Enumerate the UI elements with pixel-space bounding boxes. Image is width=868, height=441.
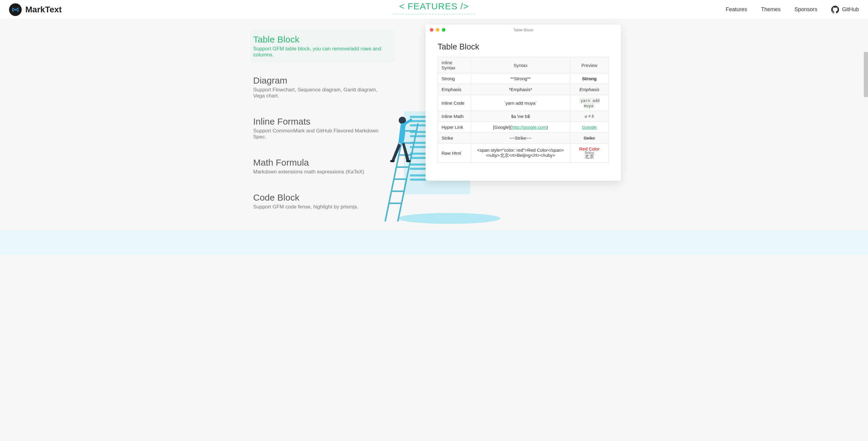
feature-title: Diagram bbox=[253, 76, 389, 86]
cell-syntax: *Emphasis* bbox=[471, 84, 570, 95]
feature-title: Inline Formats bbox=[253, 116, 389, 127]
nav-sponsors[interactable]: Sponsors bbox=[795, 6, 817, 13]
cell-preview: a ≠ b bbox=[570, 111, 609, 122]
brand-name: MarkText bbox=[25, 5, 62, 14]
preview-google-link[interactable]: Google bbox=[582, 124, 596, 130]
cell-syntax: `yarn add muya` bbox=[471, 95, 570, 111]
cell-preview: yarn add muya bbox=[570, 95, 609, 111]
cell-preview: Red Color北京Beijing bbox=[570, 144, 609, 163]
feature-desc: Support GFM table block, you can remove/… bbox=[253, 46, 389, 58]
feature-title: Code Block bbox=[253, 193, 389, 203]
th-inline-syntax: Inline Syntax bbox=[438, 57, 471, 73]
feature-desc: Support GFM code fense, highlight by pri… bbox=[253, 204, 389, 210]
feature-title: Math Formula bbox=[253, 157, 389, 168]
section-heading: < FEATURES /> bbox=[393, 0, 475, 14]
table-row: Hyper Link [Google](http://google.com) G… bbox=[438, 122, 609, 133]
nav-themes[interactable]: Themes bbox=[761, 6, 781, 13]
preview-heading: Table Block bbox=[438, 42, 609, 52]
cell-syntax: <span style="color: red">Red Color</span… bbox=[471, 144, 570, 163]
svg-point-25 bbox=[390, 160, 395, 162]
feature-desc: Markdown extensions math expressions (Ka… bbox=[253, 169, 389, 175]
footer-band bbox=[0, 231, 868, 255]
cell-syntax: [Google](http://google.com) bbox=[471, 122, 570, 133]
feature-table-block[interactable]: Table Block Support GFM table block, you… bbox=[250, 30, 395, 62]
feature-desc: Support Flowchart, Sequence diagram, Gan… bbox=[253, 87, 389, 99]
content-area: Table Block Support GFM table block, you… bbox=[208, 19, 660, 231]
cell-preview: Google bbox=[570, 122, 609, 133]
syntax-url-link[interactable]: http://google.com bbox=[512, 124, 547, 130]
cell-syntax: **Strong** bbox=[471, 73, 570, 84]
cell-name: Emphasis bbox=[438, 84, 471, 95]
brand[interactable]: MarkText bbox=[9, 3, 62, 16]
svg-point-26 bbox=[406, 160, 411, 162]
cell-syntax: $a \ne b$ bbox=[471, 111, 570, 122]
nav-github[interactable]: GitHub bbox=[831, 6, 859, 13]
feature-list: Table Block Support GFM table block, you… bbox=[208, 28, 395, 231]
syntax-table: Inline Syntax Syntax Preview Strong **St… bbox=[438, 57, 609, 163]
table-row: Strong **Strong** Strong bbox=[438, 73, 609, 84]
th-preview: Preview bbox=[570, 57, 609, 73]
window-title: Table Block bbox=[513, 28, 533, 32]
cell-preview: Emphasis bbox=[570, 84, 609, 95]
table-row: Strike ~~Strike~~ Strike bbox=[438, 133, 609, 144]
cell-preview: Strong bbox=[570, 73, 609, 84]
cell-name: Strong bbox=[438, 73, 471, 84]
nav-links: Features Themes Sponsors GitHub bbox=[726, 6, 859, 13]
logo-icon bbox=[9, 3, 22, 16]
cell-preview: Strike bbox=[570, 133, 609, 144]
cell-syntax: ~~Strike~~ bbox=[471, 133, 570, 144]
nav-github-label: GitHub bbox=[842, 6, 859, 13]
svg-point-0 bbox=[398, 213, 500, 224]
maximize-icon[interactable] bbox=[442, 28, 445, 32]
cell-name: Raw Html bbox=[438, 144, 471, 163]
cell-name: Strike bbox=[438, 133, 471, 144]
table-row: Inline Math $a \ne b$ a ≠ b bbox=[438, 111, 609, 122]
traffic-lights bbox=[430, 28, 445, 32]
preview-window: Table Block Table Block Inline Syntax Sy… bbox=[426, 25, 621, 181]
table-row: Emphasis *Emphasis* Emphasis bbox=[438, 84, 609, 95]
github-icon bbox=[831, 6, 839, 13]
nav-features[interactable]: Features bbox=[726, 6, 747, 13]
navbar: MarkText < FEATURES /> Features Themes S… bbox=[0, 0, 868, 19]
close-icon[interactable] bbox=[430, 28, 433, 32]
table-row: Inline Code `yarn add muya` yarn add muy… bbox=[438, 95, 609, 111]
cell-name: Hyper Link bbox=[438, 122, 471, 133]
window-titlebar: Table Block bbox=[426, 25, 621, 35]
feature-desc: Support CommonMark and GitHub Flavored M… bbox=[253, 128, 389, 140]
th-syntax: Syntax bbox=[471, 57, 570, 73]
cell-name: Inline Math bbox=[438, 111, 471, 122]
table-row: Raw Html <span style="color: red">Red Co… bbox=[438, 144, 609, 163]
window-body: Table Block Inline Syntax Syntax Preview… bbox=[426, 35, 621, 166]
minimize-icon[interactable] bbox=[436, 28, 439, 32]
feature-title: Table Block bbox=[253, 34, 389, 45]
cell-name: Inline Code bbox=[438, 95, 471, 111]
feature-diagram[interactable]: Diagram Support Flowchart, Sequence diag… bbox=[250, 71, 395, 103]
scrollbar[interactable] bbox=[864, 52, 868, 97]
